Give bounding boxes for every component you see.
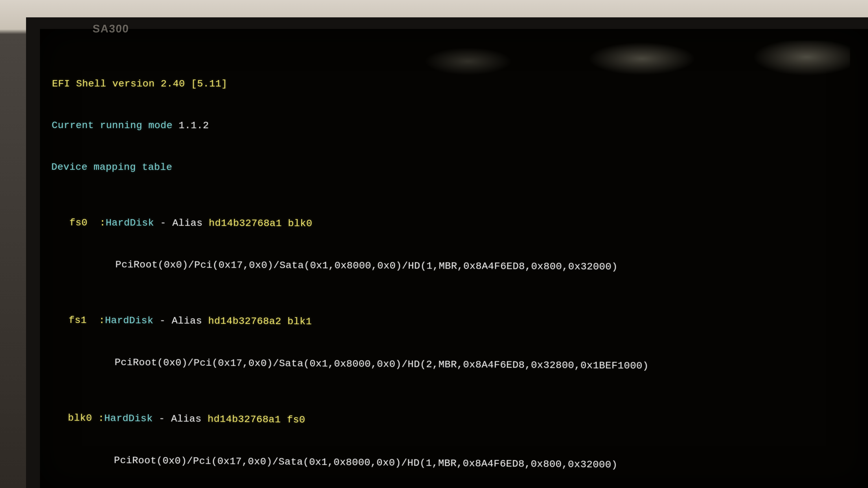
device-type: HardDisk <box>104 413 153 424</box>
device-mapping-label: Device mapping table <box>51 162 172 173</box>
device-path: PciRoot(0x0)/Pci(0x17,0x0)/Sata(0x1,0x80… <box>116 259 618 272</box>
device-name: fs0 <box>69 217 88 228</box>
device-name: fs1 <box>69 315 87 326</box>
running-mode-label: Current running mode <box>52 120 179 131</box>
efi-shell-screen[interactable]: EFI Shell version 2.40 [5.11] Current ru… <box>49 48 868 488</box>
shell-title: EFI Shell version 2.40 [5.11] <box>52 78 228 89</box>
device-name: blk0 <box>68 413 92 424</box>
device-type: HardDisk <box>105 315 154 326</box>
device-path: PciRoot(0x0)/Pci(0x17,0x0)/Sata(0x1,0x80… <box>115 357 649 372</box>
device-entry: fs1 :HardDisk - Alias hd14b32768a2 blk1 <box>50 313 868 332</box>
device-alias: hd14b32768a1 blk0 <box>209 218 312 229</box>
device-entry: fs0 :HardDisk - Alias hd14b32768a1 blk0 <box>51 216 868 232</box>
monitor-model-label: SA300 <box>92 23 129 35</box>
device-alias: hd14b32768a1 fs0 <box>208 414 305 426</box>
device-alias: hd14b32768a2 blk1 <box>208 316 312 327</box>
device-path: PciRoot(0x0)/Pci(0x17,0x0)/Sata(0x1,0x80… <box>114 455 618 470</box>
device-type: HardDisk <box>105 218 154 229</box>
device-entry: blk0 :HardDisk - Alias hd14b32768a1 fs0 <box>49 411 868 432</box>
running-mode-value: 1.1.2 <box>179 120 209 131</box>
